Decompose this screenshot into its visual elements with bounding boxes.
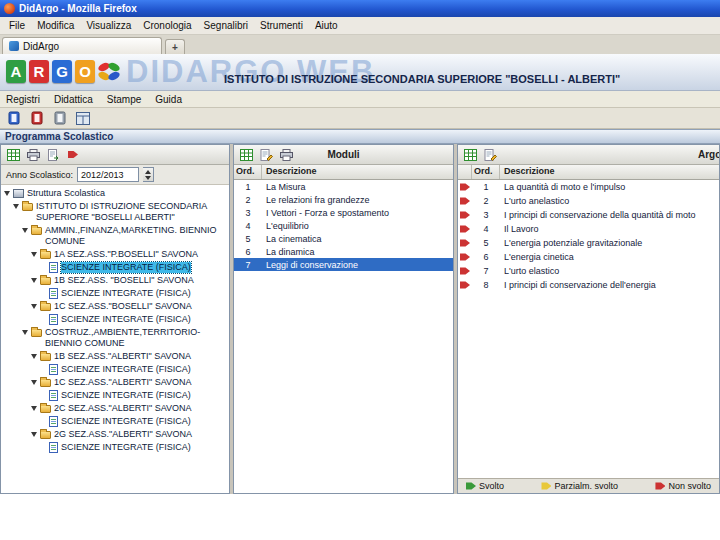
window-grid-icon — [76, 112, 90, 125]
argomenti-col-descrizione[interactable]: Descrizione — [500, 165, 719, 179]
moduli-print-button[interactable] — [277, 146, 295, 163]
browser-menu-item[interactable]: Strumenti — [254, 18, 309, 33]
browser-menu-item[interactable]: Visualizza — [80, 18, 137, 33]
moduli-row[interactable]: 6La dinamica — [234, 245, 453, 258]
app-menu-item[interactable]: Didattica — [54, 93, 101, 106]
argomento-row[interactable]: 8I principi di conservazione dell'energi… — [458, 278, 719, 292]
argomenti-table-button[interactable] — [461, 146, 479, 163]
tree-print-button[interactable] — [24, 146, 42, 163]
tree-expander-icon[interactable] — [31, 304, 37, 309]
moduli-edit-button[interactable] — [257, 146, 275, 163]
moduli-row[interactable]: 7Leggi di conservazione — [234, 258, 453, 271]
new-tab-button[interactable]: + — [165, 39, 185, 54]
tree-expander-icon[interactable] — [4, 191, 10, 196]
tree-item[interactable]: 1A SEZ.ASS."P.BOSELLI" SAVONA — [2, 248, 228, 261]
moduli-table-button[interactable] — [237, 146, 255, 163]
browser-menu-item[interactable]: Modifica — [31, 18, 80, 33]
argomento-row[interactable]: 1La quantità di moto e l'impulso — [458, 180, 719, 194]
tree-expander-icon[interactable] — [31, 432, 37, 437]
tree-item[interactable]: 1B SEZ.ASS. "BOSELLI" SAVONA — [2, 274, 228, 287]
moduli-row[interactable]: 3I Vettori - Forza e spostamento — [234, 206, 453, 219]
anno-scolastico-field[interactable]: 2012/2013 — [77, 167, 139, 182]
moduli-row[interactable]: 2Le relazioni fra grandezze — [234, 193, 453, 206]
tree-item[interactable]: 2G SEZ.ASS."ALBERTI" SAVONA — [2, 428, 228, 441]
tree-item[interactable]: SCIENZE INTEGRATE (FISICA) — [2, 313, 228, 326]
tree-item[interactable]: 1B SEZ.ASS."ALBERTI" SAVONA — [2, 350, 228, 363]
status-non-svolto-icon — [460, 225, 470, 234]
registro-red-button[interactable] — [28, 110, 46, 127]
descrizione-cell: L'urto elastico — [500, 266, 719, 276]
ord-cell: 8 — [472, 280, 500, 290]
tree-item[interactable]: Struttura Scolastica — [2, 187, 228, 200]
app-menu-item[interactable]: Stampe — [107, 93, 149, 106]
tree-item[interactable]: SCIENZE INTEGRATE (FISICA) — [2, 389, 228, 402]
tree-item[interactable]: AMMIN.,FINANZA,MARKETING. BIENNIO COMUNE — [2, 224, 228, 248]
tree-expander-icon[interactable] — [22, 330, 28, 335]
tree-item-label: 2C SEZ.ASS."ALBERTI" SAVONA — [54, 403, 192, 414]
tree-table-button[interactable] — [4, 146, 22, 163]
tree-item-label: AMMIN.,FINANZA,MARKETING. BIENNIO COMUNE — [45, 225, 226, 247]
status-non-svolto-icon — [460, 211, 470, 220]
tree-item[interactable]: ISTITUTO DI ISTRUZIONE SECONDARIA SUPERI… — [2, 200, 228, 224]
tree-expander-icon[interactable] — [31, 406, 37, 411]
moduli-col-descrizione[interactable]: Descrizione — [262, 165, 453, 179]
anno-scolastico-row: Anno Scolastico: 2012/2013 — [1, 165, 229, 185]
argomento-row[interactable]: 4Il Lavoro — [458, 222, 719, 236]
moduli-column-headers: Ord. Descrizione — [234, 165, 453, 180]
argomento-row[interactable]: 2L'urto anelastico — [458, 194, 719, 208]
descrizione-cell: La cinematica — [262, 234, 453, 244]
tree-item[interactable]: 1C SEZ.ASS."BOSELLI" SAVONA — [2, 300, 228, 313]
browser-menu-item[interactable]: Cronologia — [137, 18, 197, 33]
tree-item[interactable]: SCIENZE INTEGRATE (FISICA) — [2, 363, 228, 376]
window-titlebar[interactable]: DidArgo - Mozilla Firefox — [0, 0, 720, 17]
app-menu-item[interactable]: Guida — [155, 93, 190, 106]
argomento-row[interactable]: 6L'energia cinetica — [458, 250, 719, 264]
tree-expander-icon[interactable] — [31, 278, 37, 283]
browser-menu-item[interactable]: Segnalibri — [198, 18, 254, 33]
ord-cell: 5 — [234, 234, 262, 244]
tree-expander-icon[interactable] — [31, 252, 37, 257]
moduli-row[interactable]: 1La Misura — [234, 180, 453, 193]
tree-item[interactable]: SCIENZE INTEGRATE (FISICA) — [2, 441, 228, 454]
moduli-row[interactable]: 4L'equilibrio — [234, 219, 453, 232]
browser-tab[interactable]: DidArgo — [2, 37, 162, 54]
argo-swoosh-icon — [96, 60, 122, 84]
moduli-row[interactable]: 5La cinematica — [234, 232, 453, 245]
browser-menu-item[interactable]: Aiuto — [309, 18, 344, 33]
spinner-up-icon[interactable] — [145, 170, 151, 174]
tree-export-button[interactable] — [44, 146, 62, 163]
tree-expander-icon[interactable] — [22, 228, 28, 233]
window-grid-button[interactable] — [74, 110, 92, 127]
argomenti-col-ord[interactable]: Ord. — [472, 165, 500, 179]
argomento-row[interactable]: 7L'urto elastico — [458, 264, 719, 278]
descrizione-cell: Leggi di conservazione — [262, 260, 453, 270]
tree-item[interactable]: SCIENZE INTEGRATE (FISICA) — [2, 415, 228, 428]
spinner-down-icon[interactable] — [145, 176, 151, 180]
tree-expander-icon[interactable] — [31, 354, 37, 359]
anno-spinner[interactable] — [143, 167, 154, 182]
app-menu-item[interactable]: Registri — [6, 93, 48, 106]
tree-tag-button[interactable] — [64, 146, 82, 163]
tree-expander-icon[interactable] — [31, 380, 37, 385]
tree-item-label: SCIENZE INTEGRATE (FISICA) — [61, 314, 191, 325]
tree-item[interactable]: SCIENZE INTEGRATE (FISICA) — [2, 287, 228, 300]
argomento-row[interactable]: 5L'energia potenziale gravitazionale — [458, 236, 719, 250]
tree-item[interactable]: 2C SEZ.ASS."ALBERTI" SAVONA — [2, 402, 228, 415]
argomenti-edit-button[interactable] — [481, 146, 499, 163]
tree-item[interactable]: COSTRUZ.,AMBIENTE,TERRITORIO-BIENNIO COM… — [2, 326, 228, 350]
descrizione-cell: L'energia cinetica — [500, 252, 719, 262]
argo-logo: ARGO — [6, 60, 95, 83]
registro-grey-button[interactable] — [51, 110, 69, 127]
tree-item[interactable]: 1C SEZ.ASS."ALBERTI" SAVONA — [2, 376, 228, 389]
tree-item-label: ISTITUTO DI ISTRUZIONE SECONDARIA SUPERI… — [36, 201, 226, 223]
moduli-col-ord[interactable]: Ord. — [234, 165, 262, 179]
registro-blue-button[interactable] — [5, 110, 23, 127]
tree-expander-icon[interactable] — [13, 204, 19, 209]
argomento-row[interactable]: 3I principi di conservazione della quant… — [458, 208, 719, 222]
browser-menu-item[interactable]: File — [3, 18, 31, 33]
school-name: ISTITUTO DI ISTRUZIONE SECONDARIA SUPERI… — [224, 73, 620, 85]
tree-item[interactable]: SCIENZE INTEGRATE (FISICA) — [2, 261, 228, 274]
legend-item: Non svolto — [655, 481, 711, 491]
ord-cell: 2 — [472, 196, 500, 206]
subject-icon — [49, 442, 58, 453]
